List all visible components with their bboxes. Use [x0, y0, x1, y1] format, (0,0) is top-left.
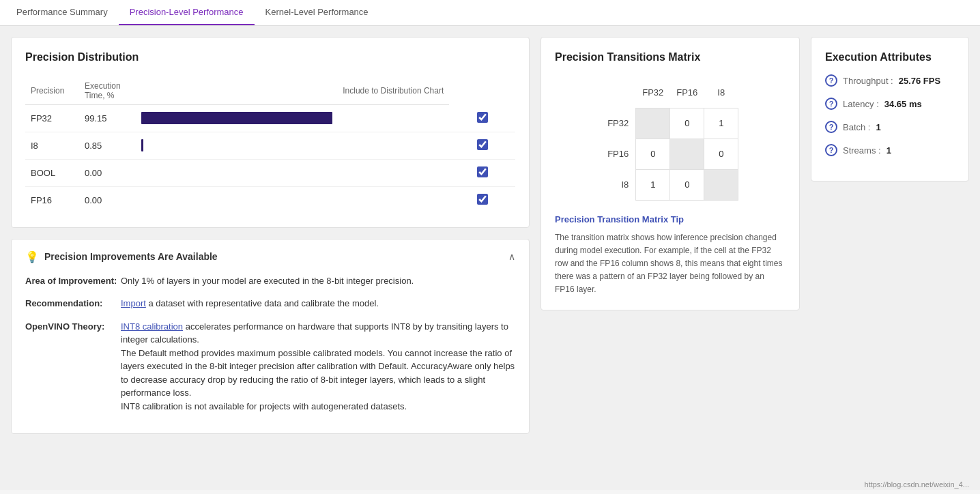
bar-cell	[136, 105, 449, 132]
recommendation-value: Import a dataset with representative dat…	[121, 297, 515, 310]
matrix-cell: 1	[704, 108, 738, 139]
table-row: FP32 99.15	[25, 105, 515, 132]
include-checkbox[interactable]	[477, 112, 488, 123]
matrix-cell: 0	[670, 108, 704, 139]
tab-kernel-level-performance[interactable]: Kernel-Level Performance	[255, 0, 379, 25]
tip-text: The transition matrix shows how inferenc…	[555, 231, 786, 297]
precision-cell: BOOL	[25, 159, 79, 186]
matrix-cell: 1	[636, 169, 670, 200]
main-layout: Precision Distribution Precision Executi…	[0, 26, 980, 490]
exec-value: 1	[876, 122, 880, 132]
url-bar: https://blog.csdn.net/weixin_4...	[865, 480, 969, 489]
matrix-cell	[670, 139, 704, 169]
include-checkbox[interactable]	[477, 194, 488, 205]
exec-label: Batch :	[843, 122, 870, 132]
include-checkbox[interactable]	[477, 166, 488, 177]
exec-attribute-row: ? Latency : 34.65 ms	[825, 98, 955, 110]
middle-panel: Precision Transitions Matrix FP32FP16I8F…	[541, 37, 800, 479]
matrix-col-header	[602, 77, 636, 108]
exec-attribute-row: ? Batch : 1	[825, 121, 955, 133]
openvino-text2: The Default method provides maximum poss…	[121, 348, 515, 398]
improvements-card: 💡 Precision Improvements Are Available ∧…	[11, 239, 530, 435]
right-panel: Execution Attributes ? Throughput : 25.7…	[811, 37, 969, 479]
matrix-col-header: FP16	[670, 77, 704, 108]
matrix-cell: 0	[670, 169, 704, 200]
tabs-bar: Performance SummaryPrecision-Level Perfo…	[0, 0, 980, 26]
matrix-row: I810	[602, 169, 738, 200]
info-icon: ?	[825, 121, 837, 133]
matrix-row-header: FP16	[602, 139, 636, 169]
bulb-icon: 💡	[25, 250, 39, 263]
matrix-row-header: FP32	[602, 108, 636, 139]
exec-time-cell: 0.00	[79, 159, 136, 186]
matrix-row-header: I8	[602, 169, 636, 200]
recommendation-label: Recommendation:	[25, 297, 121, 310]
exec-attribute-row: ? Throughput : 25.76 FPS	[825, 74, 955, 87]
checkbox-cell	[449, 105, 515, 132]
recommendation-rest: a dataset with representative data and c…	[146, 298, 379, 308]
matrix-cell: 0	[704, 139, 738, 169]
left-panel: Precision Distribution Precision Executi…	[11, 37, 530, 479]
tab-precision-level-performance[interactable]: Precision-Level Performance	[119, 0, 255, 25]
matrix-cell	[704, 169, 738, 200]
area-row: Area of Improvement: Only 1% of layers i…	[25, 274, 515, 288]
info-icon: ?	[825, 98, 837, 110]
precision-distribution-title: Precision Distribution	[25, 51, 515, 63]
table-row: BOOL 0.00	[25, 159, 515, 186]
int8-link[interactable]: INT8 calibration	[121, 321, 183, 332]
area-label: Area of Improvement:	[25, 274, 121, 288]
chevron-up-icon[interactable]: ∧	[508, 251, 515, 262]
area-value: Only 1% of layers in your model are exec…	[121, 274, 515, 288]
include-checkbox[interactable]	[477, 139, 488, 150]
exec-time-cell: 0.85	[79, 132, 136, 159]
exec-time-cell: 99.15	[79, 105, 136, 132]
matrix-row: FP1600	[602, 139, 738, 169]
col-exectime: Execution Time, %	[79, 77, 136, 105]
precision-distribution-card: Precision Distribution Precision Executi…	[11, 37, 530, 228]
table-row: I8 0.85	[25, 132, 515, 159]
openvino-text3: INT8 calibration is not available for pr…	[121, 401, 407, 411]
matrix-col-header: FP32	[636, 77, 670, 108]
openvino-value: INT8 calibration accelerates performance…	[121, 320, 515, 413]
exec-attribute-row: ? Streams : 1	[825, 144, 955, 156]
checkbox-cell	[449, 132, 515, 159]
precision-cell: FP32	[25, 105, 79, 132]
exec-label: Throughput :	[843, 76, 893, 86]
openvino-row: OpenVINO Theory: INT8 calibration accele…	[25, 320, 515, 413]
exec-value: 34.65 ms	[884, 99, 922, 109]
recommendation-row: Recommendation: Import a dataset with re…	[25, 297, 515, 310]
table-row: FP16 0.00	[25, 186, 515, 214]
col-precision: Precision	[25, 77, 79, 105]
col-chart: Include to Distribution Chart	[136, 77, 449, 105]
matrix-row: FP3201	[602, 108, 738, 139]
bar-cell	[136, 186, 449, 214]
import-link[interactable]: Import	[121, 298, 146, 308]
matrix-col-header: I8	[704, 77, 738, 108]
matrix-title: Precision Transitions Matrix	[555, 51, 786, 63]
info-icon: ?	[825, 144, 837, 156]
exec-time-cell: 0.00	[79, 186, 136, 214]
matrix-card: Precision Transitions Matrix FP32FP16I8F…	[541, 37, 800, 310]
bar-cell	[136, 159, 449, 186]
exec-value: 25.76 FPS	[899, 76, 940, 86]
matrix-cell	[636, 108, 670, 139]
precision-cell: I8	[25, 132, 79, 159]
matrix-cell: 0	[636, 139, 670, 169]
bar-cell	[136, 132, 449, 159]
distribution-table: Precision Execution Time, % Include to D…	[25, 77, 515, 214]
matrix-table: FP32FP16I8FP3201FP1600I810	[602, 77, 739, 201]
checkbox-cell	[449, 186, 515, 214]
improvements-header: 💡 Precision Improvements Are Available ∧	[25, 250, 515, 263]
bar-fill	[141, 139, 143, 151]
checkbox-cell	[449, 159, 515, 186]
openvino-label: OpenVINO Theory:	[25, 320, 121, 413]
tab-performance-summary[interactable]: Performance Summary	[5, 0, 119, 25]
improvements-title-text: Precision Improvements Are Available	[44, 251, 218, 262]
info-icon: ?	[825, 74, 837, 87]
tip-title: Precision Transition Matrix Tip	[555, 214, 786, 224]
exec-label: Streams :	[843, 145, 881, 156]
exec-value: 1	[887, 145, 891, 156]
execution-card: Execution Attributes ? Throughput : 25.7…	[811, 37, 969, 181]
execution-title: Execution Attributes	[825, 51, 955, 63]
improvements-title: 💡 Precision Improvements Are Available	[25, 250, 218, 263]
